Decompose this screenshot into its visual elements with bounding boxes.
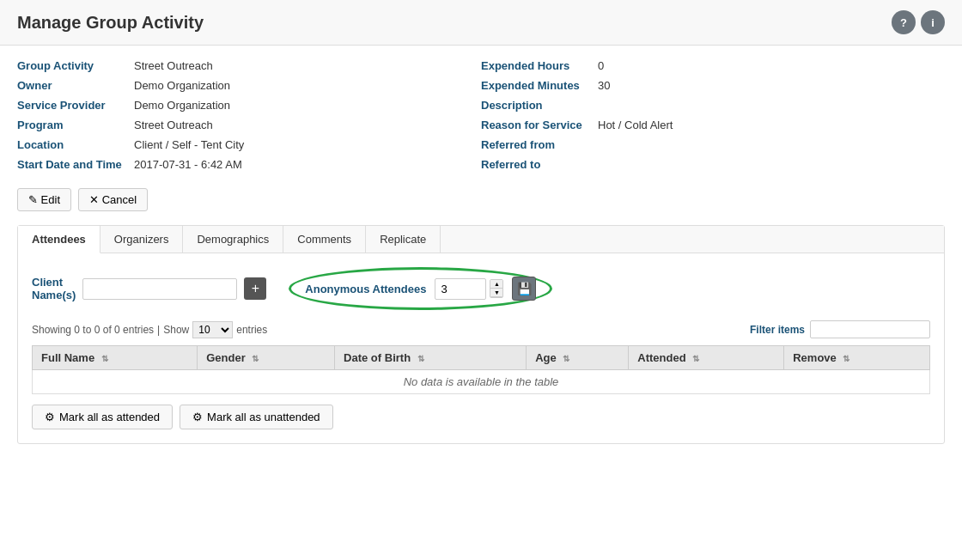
info-label: Referred from <box>481 138 593 151</box>
entries-label: entries <box>236 324 267 336</box>
tab-attendees[interactable]: Attendees <box>18 226 100 253</box>
show-separator: | <box>157 324 160 336</box>
info-right: Expended Hours0Expended Minutes30Descrip… <box>481 59 945 171</box>
add-client-button[interactable]: + <box>244 277 266 300</box>
info-value: 30 <box>598 79 610 92</box>
table-empty-row: No data is available in the table <box>33 370 930 394</box>
tab-comments[interactable]: Comments <box>283 226 366 253</box>
spinner-up-button[interactable]: ▲ <box>490 280 502 289</box>
info-value: Hot / Cold Alert <box>598 119 673 131</box>
info-value: Street Outreach <box>134 59 213 72</box>
info-value: Demo Organization <box>134 79 230 92</box>
info-row: Expended Minutes30 <box>481 79 945 92</box>
mark-all-attended-button[interactable]: ⚙ Mark all as attended <box>32 405 173 429</box>
content-area: Group ActivityStreet OutreachOwnerDemo O… <box>0 46 962 458</box>
showing-text: Showing 0 to 0 of 0 entries <box>32 324 154 336</box>
col-dob[interactable]: Date of Birth ⇅ <box>335 346 527 370</box>
filter-label: Filter items <box>750 324 805 336</box>
info-label: Group Activity <box>17 59 129 72</box>
filter-input[interactable] <box>810 320 930 338</box>
info-label: Service Provider <box>17 99 129 112</box>
col-remove[interactable]: Remove ⇅ <box>784 346 930 370</box>
show-entries-select[interactable]: 10 25 50 100 <box>192 321 233 338</box>
header-icons: ? i <box>892 10 945 34</box>
mark-attended-label: Mark all as attended <box>59 411 160 423</box>
info-row: Description <box>481 99 945 112</box>
tab-replicate[interactable]: Replicate <box>366 226 441 253</box>
info-label: Expended Minutes <box>481 79 593 92</box>
info-value: 0 <box>598 59 604 72</box>
info-value: Street Outreach <box>134 119 213 131</box>
mark-unattended-label: Mark all as unattended <box>207 411 320 423</box>
info-label: Referred to <box>481 158 593 171</box>
info-grid: Group ActivityStreet OutreachOwnerDemo O… <box>17 59 945 171</box>
info-row: Referred from <box>481 138 945 151</box>
mark-all-unattended-button[interactable]: ⚙ Mark all as unattended <box>180 405 333 429</box>
anonymous-attendees-label: Anonymous Attendees <box>305 283 426 295</box>
spinner-down-button[interactable]: ▼ <box>490 289 502 297</box>
info-row: Referred to <box>481 158 945 171</box>
col-age[interactable]: Age ⇅ <box>527 346 629 370</box>
action-buttons: ✎ Edit ✕ Cancel <box>17 188 945 211</box>
showing-left: Showing 0 to 0 of 0 entries | Show 10 25… <box>32 321 267 338</box>
info-row: OwnerDemo Organization <box>17 79 481 92</box>
info-label: Reason for Service <box>481 119 593 131</box>
page-header: Manage Group Activity ? i <box>0 0 962 46</box>
info-label: Program <box>17 119 129 131</box>
filter-group: Filter items <box>750 320 930 338</box>
gear-icon-attended: ⚙ <box>45 411 55 423</box>
info-label: Start Date and Time <box>17 158 129 171</box>
info-row: ProgramStreet Outreach <box>17 119 481 131</box>
bottom-buttons: ⚙ Mark all as attended ⚙ Mark all as una… <box>32 405 930 429</box>
col-full-name[interactable]: Full Name ⇅ <box>33 346 198 370</box>
tab-demographics[interactable]: Demographics <box>183 226 283 253</box>
anon-input-group: ▲ ▼ <box>435 278 503 300</box>
client-name-label: ClientName(s) <box>32 276 76 301</box>
info-row: Service ProviderDemo Organization <box>17 99 481 112</box>
info-row: Reason for ServiceHot / Cold Alert <box>481 119 945 131</box>
col-gender[interactable]: Gender ⇅ <box>198 346 335 370</box>
gear-icon-unattended: ⚙ <box>192 411 203 423</box>
info-value: Demo Organization <box>134 99 230 112</box>
table-body: No data is available in the table <box>33 370 930 394</box>
anonymous-attendees-group: Anonymous Attendees ▲ ▼ 💾 <box>289 267 552 310</box>
spinner-buttons: ▲ ▼ <box>490 279 503 298</box>
info-label: Expended Hours <box>481 59 593 72</box>
info-row: Expended Hours0 <box>481 59 945 72</box>
info-row: LocationClient / Self - Tent City <box>17 138 481 151</box>
client-name-input[interactable] <box>82 278 237 300</box>
info-label: Location <box>17 138 129 151</box>
anonymous-attendees-input[interactable] <box>435 278 486 300</box>
page-title: Manage Group Activity <box>17 13 204 33</box>
info-label: Description <box>481 99 593 112</box>
tab-organizers[interactable]: Organizers <box>100 226 184 253</box>
show-label: Show <box>163 324 189 336</box>
attendees-controls: ClientName(s) + Anonymous Attendees ▲ ▼ … <box>32 267 930 310</box>
info-icon-button[interactable]: i <box>921 10 945 34</box>
table-empty-message: No data is available in the table <box>33 370 930 394</box>
client-name-group: ClientName(s) + <box>32 276 266 301</box>
tabs-container: AttendeesOrganizersDemographicsCommentsR… <box>17 225 945 444</box>
info-value: Client / Self - Tent City <box>134 138 244 151</box>
col-attended[interactable]: Attended ⇅ <box>629 346 784 370</box>
info-value: 2017-07-31 - 6:42 AM <box>134 158 242 171</box>
tabs-header: AttendeesOrganizersDemographicsCommentsR… <box>18 226 944 253</box>
info-row: Group ActivityStreet Outreach <box>17 59 481 72</box>
info-row: Start Date and Time2017-07-31 - 6:42 AM <box>17 158 481 171</box>
tab-content-attendees: ClientName(s) + Anonymous Attendees ▲ ▼ … <box>18 253 944 443</box>
help-icon-button[interactable]: ? <box>892 10 916 34</box>
info-left: Group ActivityStreet OutreachOwnerDemo O… <box>17 59 481 171</box>
showing-row: Showing 0 to 0 of 0 entries | Show 10 25… <box>32 320 930 338</box>
cancel-button[interactable]: ✕ Cancel <box>78 188 148 211</box>
info-label: Owner <box>17 79 129 92</box>
save-anonymous-button[interactable]: 💾 <box>512 277 536 301</box>
table-header: Full Name ⇅ Gender ⇅ Date of Birth ⇅ Age… <box>33 346 930 370</box>
edit-button[interactable]: ✎ Edit <box>17 188 71 211</box>
attendees-table: Full Name ⇅ Gender ⇅ Date of Birth ⇅ Age… <box>32 345 930 394</box>
